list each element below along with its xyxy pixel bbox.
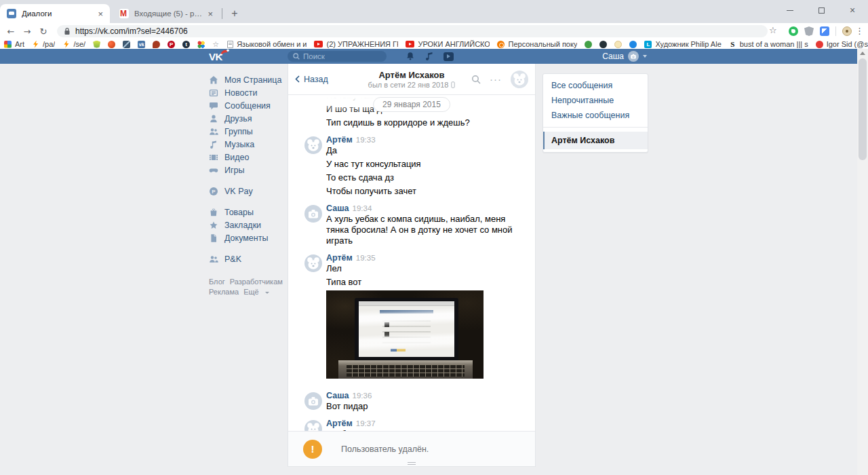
sidebar-item-friends[interactable]: Друзья <box>209 112 288 125</box>
bookmark-star-icon[interactable]: ☆ <box>769 25 777 35</box>
bookmark-item[interactable] <box>197 41 205 48</box>
bookmark-item[interactable]: Sbust of a woman ||| s <box>729 40 808 48</box>
bookmark-item[interactable] <box>108 41 115 48</box>
footer-link-blog[interactable]: Блог <box>209 278 225 286</box>
back-button[interactable]: Назад <box>295 75 328 84</box>
message-group: Артём19:35 Лел Типа вот <box>304 253 521 381</box>
profile-menu[interactable]: Саша <box>602 51 647 62</box>
filter-important[interactable]: Важные сообщения <box>543 108 648 123</box>
page-scrollbar[interactable] <box>857 49 868 475</box>
date-separator[interactable]: 29 января 2015 <box>373 97 450 112</box>
bookmark-item[interactable]: /se/ <box>62 40 85 48</box>
gmail-favicon-icon <box>119 9 129 18</box>
vk-messenger-favicon-icon <box>7 9 16 18</box>
bookmark-item[interactable]: ☆ <box>212 41 220 48</box>
url-field[interactable]: https://vk.com/im?sel=2446706 <box>57 25 768 37</box>
reload-button[interactable]: ↻ <box>35 26 52 37</box>
bookmark-item[interactable]: Igor Sid (@sidwill) — <box>816 40 868 48</box>
people-icon <box>209 254 218 264</box>
resize-grip[interactable] <box>408 462 416 465</box>
bookmark-item[interactable]: vk <box>138 41 145 48</box>
sidebar-item-music[interactable]: Музыка <box>209 138 288 151</box>
sidebar-item-messages[interactable]: Сообщения <box>209 99 288 112</box>
close-tab-icon[interactable]: × <box>208 10 213 18</box>
bookmarks-bar: Art /pa/ /se/ vk P t ☆ Языковой обмен и … <box>0 39 868 49</box>
sidebar-item-my-page[interactable]: Моя Страница <box>209 73 288 86</box>
scroll-up-icon[interactable] <box>860 52 865 55</box>
bird-favicon-icon <box>153 41 160 48</box>
blue-extension-icon[interactable] <box>820 26 829 36</box>
message-author[interactable]: Артём <box>326 253 353 263</box>
shield-extension-icon[interactable] <box>804 26 814 36</box>
bookmark-item[interactable]: Art <box>4 40 24 48</box>
avatar[interactable] <box>304 254 322 272</box>
sidebar-item-games[interactable]: Игры <box>209 164 288 176</box>
tab-dialogs[interactable]: Диалоги × <box>0 4 110 23</box>
bookmark-item[interactable] <box>93 41 100 48</box>
message-author[interactable]: Артём <box>326 419 353 428</box>
bookmark-item[interactable] <box>629 41 637 48</box>
sidebar-item-bookmarks[interactable]: Закладки <box>209 218 288 231</box>
sidebar-item-market[interactable]: Товары <box>209 206 288 218</box>
bookmark-item[interactable]: Персональный поку <box>497 40 577 48</box>
filter-current-dialog[interactable]: Артём Исхаков <box>543 132 648 149</box>
bookmark-item[interactable]: УРОКИ АНГЛИЙСКО <box>406 40 490 48</box>
footer-link-ads[interactable]: Реклама <box>209 288 239 296</box>
sidebar-item-pk[interactable]: P&K <box>209 252 288 265</box>
bookmark-item[interactable]: P <box>167 41 175 48</box>
avatar[interactable] <box>304 136 322 154</box>
footer-link-more[interactable]: Ещё <box>243 288 274 296</box>
avatar[interactable] <box>304 205 322 223</box>
browser-titlebar: Диалоги × Входящие (5) - paha2121@gma × … <box>0 0 868 23</box>
bookmark-item[interactable]: t <box>182 41 190 48</box>
extension-icons <box>789 23 852 39</box>
extension-separator <box>835 26 836 36</box>
message-author[interactable]: Саша <box>326 204 349 213</box>
sidebar-item-news[interactable]: Новости <box>209 86 288 99</box>
message-photo-attachment[interactable] <box>326 290 484 379</box>
chat-peer-avatar[interactable] <box>511 71 528 88</box>
back-button[interactable]: ← <box>3 26 19 37</box>
sidebar-item-groups[interactable]: Группы <box>209 125 288 138</box>
new-tab-button[interactable]: + <box>226 5 243 22</box>
filter-unread[interactable]: Непрочитанные <box>543 93 648 108</box>
music-icon[interactable] <box>425 52 433 61</box>
close-window-button[interactable]: × <box>837 0 868 20</box>
filter-all-messages[interactable]: Все сообщения <box>543 78 648 93</box>
chat-actions-menu-icon[interactable]: ··· <box>490 76 502 83</box>
bookmark-item[interactable] <box>585 41 592 48</box>
bookmark-item[interactable]: /pa/ <box>32 40 55 48</box>
avatar[interactable] <box>304 392 322 410</box>
browser-menu-icon[interactable]: ⋮ <box>855 26 864 36</box>
close-tab-icon[interactable]: × <box>98 10 103 18</box>
vk-logo[interactable]: VK <box>209 51 231 62</box>
bookmark-item[interactable] <box>599 41 607 48</box>
message-author[interactable]: Артём <box>326 135 353 145</box>
search-input[interactable]: Поиск <box>288 51 387 62</box>
scrollbar-thumb[interactable] <box>859 58 867 160</box>
evernote-extension-icon[interactable] <box>789 26 798 36</box>
maximize-button[interactable] <box>806 0 837 20</box>
round-extension-icon[interactable] <box>842 26 852 36</box>
notifications-bell-icon[interactable] <box>406 52 415 61</box>
video-player-icon[interactable] <box>443 52 454 61</box>
bookmark-item[interactable]: (2) УПРАЖНЕНИЯ ГР <box>314 40 398 48</box>
bookmark-item[interactable] <box>123 41 130 48</box>
sidebar-item-documents[interactable]: Документы <box>209 231 288 244</box>
bookmark-item[interactable]: Языковой обмен и и <box>227 40 307 48</box>
avatar[interactable] <box>304 420 322 431</box>
footer-link-developers[interactable]: Разработчикам <box>230 278 283 286</box>
minimize-button[interactable] <box>774 0 806 20</box>
search-in-chat-icon[interactable] <box>471 75 481 84</box>
santa-hat-icon <box>220 49 229 56</box>
bookmark-item[interactable] <box>153 41 160 48</box>
bookmark-item[interactable] <box>614 41 622 48</box>
sidebar-item-vk-pay[interactable]: PVK Pay <box>209 185 288 197</box>
address-bar: ← → ↻ https://vk.com/im?sel=2446706 ☆ ⋮ <box>0 23 868 39</box>
message-author[interactable]: Саша <box>326 391 349 400</box>
forward-button[interactable]: → <box>19 26 35 37</box>
sidebar-item-video[interactable]: Видео <box>209 151 288 164</box>
tab-gmail[interactable]: Входящие (5) - paha2121@gma × <box>113 4 220 23</box>
bookmark-item[interactable]: LХудожник Philip Ale <box>644 40 721 48</box>
message-list: 29 января 2015 Почему так поздно? И шо т… <box>288 95 535 431</box>
